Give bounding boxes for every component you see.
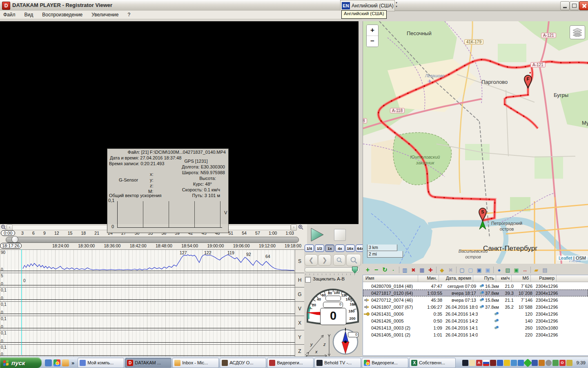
graph-row-y[interactable]: 0,1 0 Y <box>0 330 304 345</box>
layers-button[interactable]: ▣ <box>475 266 483 274</box>
speed-1x-button[interactable]: 1x <box>325 245 334 252</box>
tray-mouse-icon[interactable] <box>546 360 552 366</box>
tray-key-icon[interactable] <box>566 360 572 366</box>
track-chart-button[interactable]: ▧ <box>504 266 512 274</box>
folder-button[interactable]: ▰ <box>532 266 540 274</box>
tray-antivirus-icon[interactable] <box>523 358 532 367</box>
table-row[interactable]: 04261413_0003 (2)1:0926.04.2016 14:13 26… <box>363 324 588 331</box>
col-name[interactable]: Имя <box>363 275 418 282</box>
graph-row-h[interactable]: 5 0 0 H <box>0 273 304 287</box>
osm-link[interactable]: OSM <box>576 256 586 260</box>
key-protect-button[interactable]: ◆ <box>438 266 446 274</box>
tray-pen-icon[interactable] <box>497 360 503 366</box>
copy-button[interactable]: ▥ <box>401 266 409 274</box>
menu-view[interactable]: Вид <box>24 12 33 18</box>
menu-file[interactable]: Файл <box>3 12 16 18</box>
delete-button[interactable]: ✖ <box>410 266 417 274</box>
tray-window-icon[interactable] <box>532 360 538 366</box>
col-size[interactable]: Размер <box>531 275 557 282</box>
task-videoreg-1[interactable]: Видеореги... <box>267 358 314 368</box>
add-file-button[interactable]: + <box>364 266 372 274</box>
quicklaunch-chrome-icon[interactable] <box>53 359 60 366</box>
task-behold-tv[interactable]: Behold TV -... <box>314 358 361 368</box>
quicklaunch-explorer-icon[interactable] <box>45 359 52 366</box>
timeline-scroll-left-button[interactable]: ‹ <box>7 224 13 231</box>
table-row[interactable]: 04261426_00050:5026.04.2016 14:27 140230… <box>363 317 588 324</box>
tray-punto-icon[interactable]: A <box>476 360 482 366</box>
ab-range-slider[interactable] <box>305 267 359 272</box>
table-row[interactable]: 04261431_00060:3526.04.2016 14:32 120230… <box>363 310 588 317</box>
menu-help[interactable]: ? <box>127 12 130 18</box>
speed-quarter-button[interactable]: 1/4 <box>305 245 314 252</box>
tray-tuner-icon[interactable] <box>490 360 496 366</box>
col-min[interactable]: Мин. <box>418 275 439 282</box>
stop-button[interactable] <box>334 229 346 241</box>
table-row[interactable]: 04261807_0007 (67)1:06:2726.04.2016 18:0… <box>363 303 588 310</box>
map-canvas[interactable]: S F <box>363 21 588 264</box>
tray-wrench-icon[interactable] <box>518 360 524 366</box>
ab-slider-handle[interactable] <box>352 267 358 274</box>
speed-half-button[interactable]: 1/2 <box>315 245 324 252</box>
language-code-badge[interactable]: EN <box>342 2 350 9</box>
restore-button[interactable] <box>570 1 579 10</box>
timeline-zoom-out-icon[interactable] <box>1 224 6 230</box>
graph-row-g[interactable]: 0,1 0 G <box>0 287 304 302</box>
title-bar[interactable]: D DATAKAM PLAYER - Registrator Viewer <box>0 0 588 11</box>
col-kmh[interactable]: км/ч <box>496 275 512 282</box>
google-earth-button[interactable]: ● <box>495 266 503 274</box>
language-bar-options-icon[interactable]: ▾▾ <box>394 1 399 10</box>
task-datakam[interactable]: DDATAKAM ... <box>125 358 172 368</box>
table-row[interactable]: 04270712_0074 (46)45:38вчера 07:13 15.8к… <box>363 296 588 303</box>
image-export-button[interactable]: ▣ <box>512 266 520 274</box>
tray-volume-icon[interactable] <box>539 360 545 366</box>
leaflet-link[interactable]: Leaflet <box>559 256 572 260</box>
map-panel[interactable]: S F Песочный Левашово ✈ Парголово Бугры … <box>363 21 588 264</box>
menu-playback[interactable]: Воспроизведение <box>42 12 82 18</box>
map-zoom-in-button[interactable]: + <box>367 25 378 36</box>
more-button[interactable]: · <box>390 266 397 274</box>
col-path[interactable]: Путь <box>473 275 496 282</box>
minimize-button[interactable] <box>560 1 570 10</box>
menu-zoom[interactable]: Увеличение <box>91 12 118 18</box>
timeline-zoom-in-icon[interactable] <box>298 224 303 230</box>
task-asdou[interactable]: АСДОУ О... <box>220 358 266 368</box>
graph-row-x[interactable]: 0,1 0 X <box>0 316 304 330</box>
previous-file-button[interactable]: ❮ <box>305 254 318 266</box>
col-date[interactable]: Дата, время <box>439 275 473 282</box>
graph-zoom-out-button[interactable] <box>333 254 345 266</box>
timeline-scroll-right-button[interactable]: › <box>291 224 297 231</box>
table-row-selected[interactable]: 04271817_0120 (64)1:03:55вчера 18:17 37.… <box>363 289 588 296</box>
seek-bar[interactable] <box>6 237 299 243</box>
col-mb[interactable]: Мб <box>512 275 531 282</box>
tray-shield-icon[interactable] <box>504 360 510 366</box>
table-row[interactable]: 04280709_0184 (48)47:47сегодня 07:09 16.… <box>363 283 588 289</box>
report-button[interactable]: ▤ <box>541 266 549 274</box>
frame-add-button[interactable]: ▢ <box>458 266 466 274</box>
resize-button[interactable]: ↔ <box>521 266 529 274</box>
graph-row-z[interactable]: 0,1 0 Z <box>0 345 304 358</box>
tray-update-icon[interactable] <box>552 360 559 366</box>
layers-copy-button[interactable]: ▣ <box>484 266 492 274</box>
tray-ru-flag-icon[interactable] <box>483 360 489 366</box>
task-excel[interactable]: XСобственн... <box>409 358 456 368</box>
graph-zoom-in-button[interactable] <box>346 254 361 266</box>
map-zoom-out-button[interactable]: − <box>367 36 378 47</box>
graph-row-speed[interactable]: 90 0 127 122 119 92 64 S <box>0 250 304 273</box>
unprotect-button[interactable]: ✖ <box>447 266 454 274</box>
play-button[interactable] <box>310 227 325 242</box>
map-layers-button[interactable] <box>570 25 585 39</box>
tray-behold-icon[interactable] <box>462 360 468 366</box>
save-button[interactable]: ▦ <box>418 266 426 274</box>
loop-ab-checkbox[interactable] <box>305 277 311 283</box>
language-bar[interactable]: EN Английский (США) <box>340 0 395 11</box>
start-button[interactable]: пуск <box>0 357 42 368</box>
task-inbox[interactable]: Inbox - Mic... <box>172 358 219 368</box>
selection-button[interactable]: ▢ <box>467 266 474 274</box>
quicklaunch-outlook-icon[interactable] <box>62 359 69 366</box>
seek-handle[interactable] <box>11 236 18 243</box>
repair-button[interactable]: ✚ <box>427 266 434 274</box>
tray-reminder-icon[interactable] <box>469 360 475 366</box>
close-button[interactable] <box>579 1 588 10</box>
refresh-button[interactable]: ↻ <box>381 266 389 274</box>
speed-4x-button[interactable]: 4x <box>335 245 345 252</box>
